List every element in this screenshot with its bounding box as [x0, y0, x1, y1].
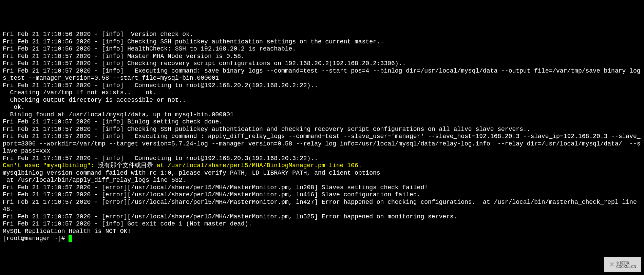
shell-prompt: [root@manager ~]#: [3, 235, 69, 242]
terminal-line: Fri Feb 21 17:10:57 2020 - [info] Execut…: [3, 67, 641, 82]
terminal-line: Creating /var/tmp if not exists.. ok.: [3, 89, 641, 97]
terminal-text-segment: Creating /var/tmp if not exists.. ok.: [3, 89, 157, 96]
terminal-text-segment: Fri Feb 21 17:10:57 2020 - [info] Binlog…: [3, 118, 223, 125]
terminal-text-segment: Fri Feb 21 17:10:57 2020 - [info] Checki…: [3, 60, 406, 67]
terminal-line: Fri Feb 21 17:10:57 2020 - [error][/usr/…: [3, 184, 641, 192]
terminal-line: Fri Feb 21 17:10:57 2020 - [info] Checki…: [3, 126, 641, 133]
terminal-text-segment: mysqlbinlog version command failed with …: [3, 170, 380, 176]
terminal-text-segment: Fri Feb 21 17:10:56 2020 - [info] Versio…: [3, 31, 193, 38]
terminal-line: Fri Feb 21 17:10:57 2020 - [info] Execut…: [3, 133, 641, 155]
terminal-line: Fri Feb 21 17:10:57 2020 - [error][/usr/…: [3, 213, 641, 221]
terminal-line: Fri Feb 21 17:10:57 2020 - [info] Connec…: [3, 82, 641, 90]
terminal-text-segment: Fri Feb 21 17:10:56 2020 - [info] Health…: [3, 45, 296, 52]
terminal-line: Fri Feb 21 17:10:56 2020 - [info] Versio…: [3, 31, 641, 38]
terminal-text-segment: 没有那个文件或目录: [98, 162, 153, 169]
terminal-text-segment: Binlog found at /usr/local/mysql/data, u…: [3, 111, 234, 118]
terminal-text-segment: Fri Feb 21 17:10:57 2020 - [info] Checki…: [3, 126, 530, 133]
terminal-line: ok.: [3, 104, 641, 111]
terminal-text-segment: Checking output directory is accessible …: [3, 97, 186, 103]
logo-brand-text-1: 创新互联: [616, 261, 636, 265]
terminal-line: Fri Feb 21 17:10:57 2020 - [error][/usr/…: [3, 191, 641, 199]
terminal-text-segment: MySQL Replication Health is NOT OK!: [3, 228, 131, 235]
terminal-text-segment: ok.: [3, 104, 25, 111]
terminal-text-segment: Fri Feb 21 17:10:57 2020 - [error][/usr/…: [3, 213, 457, 220]
terminal-text-segment: Fri Feb 21 17:10:57 2020 - [info] Execut…: [3, 67, 641, 82]
shell-prompt-line[interactable]: [root@manager ~]#: [3, 235, 641, 242]
terminal-text-segment: Fri Feb 21 17:10:57 2020 - [info] Connec…: [3, 155, 318, 162]
terminal-line: Binlog found at /usr/local/mysql/data, u…: [3, 111, 641, 119]
terminal-text-segment: Fri Feb 21 17:10:57 2020 - [error][/usr/…: [3, 184, 428, 191]
terminal-output[interactable]: Fri Feb 21 17:10:56 2020 - [info] Versio…: [3, 31, 641, 242]
terminal-line: Fri Feb 21 17:10:57 2020 - [error][/usr/…: [3, 199, 641, 213]
watermark-logo: ✕ 创新互联 CDCXNL.CN: [604, 257, 641, 272]
terminal-line: Fri Feb 21 17:10:56 2020 - [info] Checki…: [3, 38, 641, 46]
terminal-text-segment: Fri Feb 21 17:10:57 2020 - [info] Connec…: [3, 82, 318, 89]
terminal-text-segment: Fri Feb 21 17:10:57 2020 - [info] Master…: [3, 53, 245, 60]
terminal-line: MySQL Replication Health is NOT OK!: [3, 228, 641, 235]
terminal-line: Fri Feb 21 17:10:56 2020 - [info] Health…: [3, 45, 641, 53]
terminal-text-segment: Fri Feb 21 17:10:57 2020 - [error][/usr/…: [3, 191, 420, 198]
terminal-text-segment: Can't exec "mysqlbinlog":: [3, 162, 98, 169]
terminal-line: Can't exec "mysqlbinlog": 没有那个文件或目录 at /…: [3, 162, 641, 170]
terminal-text-segment: at /usr/local/bin/apply_diff_relay_logs …: [3, 177, 186, 183]
logo-icon: ✕: [609, 261, 615, 269]
cursor-icon: [69, 235, 72, 242]
logo-brand-text-2: CDCXNL.CN: [616, 265, 636, 269]
terminal-line: at /usr/local/bin/apply_diff_relay_logs …: [3, 177, 641, 184]
terminal-line: Fri Feb 21 17:10:57 2020 - [info] Checki…: [3, 60, 641, 67]
terminal-line: Fri Feb 21 17:10:57 2020 - [info] Connec…: [3, 155, 641, 162]
terminal-line: Fri Feb 21 17:10:57 2020 - [info] Binlog…: [3, 118, 641, 126]
terminal-text-segment: Fri Feb 21 17:10:57 2020 - [error][/usr/…: [3, 199, 641, 213]
terminal-text-segment: Fri Feb 21 17:10:57 2020 - [info] Got ex…: [3, 220, 252, 227]
terminal-text-segment: at /usr/local/share/perl5/MHA/BinlogMana…: [153, 162, 362, 169]
terminal-line: mysqlbinlog version command failed with …: [3, 170, 641, 177]
terminal-text-segment: Fri Feb 21 17:10:56 2020 - [info] Checki…: [3, 38, 384, 45]
terminal-line: Fri Feb 21 17:10:57 2020 - [info] Master…: [3, 53, 641, 60]
terminal-text-segment: Fri Feb 21 17:10:57 2020 - [info] Execut…: [3, 133, 641, 154]
terminal-line: Checking output directory is accessible …: [3, 97, 641, 104]
terminal-line: Fri Feb 21 17:10:57 2020 - [info] Got ex…: [3, 220, 641, 228]
